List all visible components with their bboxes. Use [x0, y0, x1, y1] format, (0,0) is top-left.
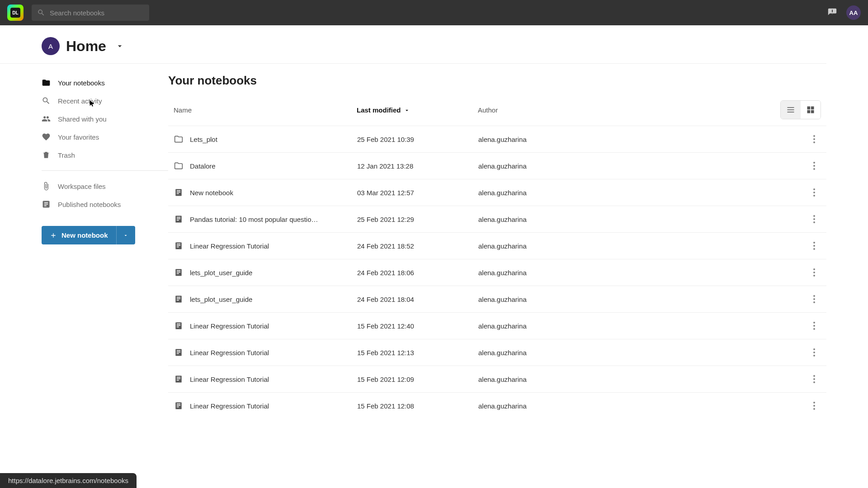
svg-rect-9	[177, 193, 179, 194]
svg-rect-42	[177, 324, 180, 324]
svg-point-12	[813, 195, 815, 197]
svg-rect-49	[177, 350, 180, 351]
table-row[interactable]: Datalore12 Jan 2021 13:28alena.guzharina	[168, 152, 826, 179]
sidebar-item-label: Recent activity	[58, 97, 102, 105]
search-box[interactable]	[32, 5, 149, 21]
row-modified: 25 Feb 2021 12:29	[357, 216, 478, 223]
row-more-button[interactable]	[807, 242, 821, 250]
sidebar-item-label: Workspace files	[58, 183, 106, 190]
row-modified: 15 Feb 2021 12:40	[357, 322, 478, 330]
row-modified: 24 Feb 2021 18:04	[357, 296, 478, 303]
app-logo[interactable]: DL	[7, 5, 24, 21]
view-toggle	[780, 100, 821, 119]
grid-view-button[interactable]	[801, 101, 821, 119]
row-author: alena.guzharina	[478, 349, 807, 357]
sidebar-item-recent[interactable]: Recent activity	[42, 92, 168, 110]
new-notebook-dropdown[interactable]	[116, 226, 135, 244]
notebook-icon	[174, 241, 184, 251]
row-more-button[interactable]	[807, 348, 821, 357]
row-name: Datalore	[190, 162, 357, 170]
sidebar-item-your-notebooks[interactable]: Your notebooks	[42, 74, 168, 92]
table-row[interactable]: Linear Regression Tutorial24 Feb 2021 18…	[168, 232, 826, 259]
svg-rect-8	[177, 192, 180, 192]
trash-icon	[42, 150, 51, 160]
table-body: Lets_plot25 Feb 2021 10:39alena.guzharin…	[168, 126, 826, 419]
sidebar-item-workspace-files[interactable]: Workspace files	[42, 177, 168, 195]
svg-point-0	[813, 135, 815, 137]
svg-point-10	[813, 188, 815, 190]
svg-point-45	[813, 322, 815, 324]
svg-point-26	[813, 248, 815, 250]
main-content: Your notebooks Name Last modified Author…	[168, 64, 868, 419]
row-more-button[interactable]	[807, 215, 821, 223]
col-modified-label: Last modified	[357, 106, 401, 114]
col-name[interactable]: Name	[174, 106, 357, 114]
table-row[interactable]: Lets_plot25 Feb 2021 10:39alena.guzharin…	[168, 126, 826, 152]
svg-point-59	[813, 375, 815, 377]
table-row[interactable]: Pandas tutorial: 10 most popular questio…	[168, 206, 826, 232]
row-name: Linear Regression Tutorial	[190, 375, 357, 383]
svg-point-66	[813, 402, 815, 404]
search-input[interactable]	[50, 9, 144, 17]
sidebar-item-shared[interactable]: Shared with you	[42, 110, 168, 128]
notifications-icon[interactable]	[826, 7, 838, 19]
folder-icon	[174, 161, 184, 171]
row-author: alena.guzharina	[478, 216, 807, 223]
table-row[interactable]: Linear Regression Tutorial15 Feb 2021 12…	[168, 392, 826, 419]
svg-point-5	[813, 168, 815, 170]
sidebar-item-favorites[interactable]: Your favorites	[42, 128, 168, 146]
table-row[interactable]: lets_plot_user_guide24 Feb 2021 18:06ale…	[168, 259, 826, 286]
search-icon	[37, 9, 45, 17]
table-row[interactable]: Linear Regression Tutorial15 Feb 2021 12…	[168, 366, 826, 392]
svg-point-2	[813, 141, 815, 143]
svg-point-60	[813, 378, 815, 380]
notebook-icon	[174, 321, 184, 331]
sidebar-item-published[interactable]: Published notebooks	[42, 195, 168, 213]
row-modified: 25 Feb 2021 10:39	[357, 136, 478, 143]
row-author: alena.guzharina	[478, 375, 807, 383]
row-author: alena.guzharina	[478, 242, 807, 250]
row-more-button[interactable]	[807, 162, 821, 170]
svg-rect-51	[177, 353, 179, 354]
row-more-button[interactable]	[807, 402, 821, 410]
table-row[interactable]: New notebook03 Mar 2021 12:57alena.guzha…	[168, 179, 826, 206]
row-more-button[interactable]	[807, 135, 821, 143]
col-modified[interactable]: Last modified	[357, 106, 478, 114]
row-more-button[interactable]	[807, 188, 821, 197]
svg-rect-37	[177, 300, 179, 301]
col-author[interactable]: Author	[478, 106, 780, 114]
table-header: Name Last modified Author	[168, 100, 826, 126]
row-more-button[interactable]	[807, 268, 821, 277]
table-row[interactable]: Linear Regression Tutorial15 Feb 2021 12…	[168, 339, 826, 366]
svg-rect-7	[177, 190, 180, 191]
new-notebook-button[interactable]: New notebook	[42, 226, 116, 244]
row-author: alena.guzharina	[478, 162, 807, 170]
svg-rect-16	[177, 220, 179, 221]
status-bar-url: https://datalore.jetbrains.com/notebooks	[0, 473, 137, 488]
list-view-button[interactable]	[781, 101, 801, 119]
sidebar-item-trash[interactable]: Trash	[42, 146, 168, 164]
grid-icon	[806, 105, 815, 114]
row-name: Linear Regression Tutorial	[190, 402, 357, 410]
svg-rect-43	[177, 325, 180, 326]
sidebar-divider	[42, 170, 168, 171]
svg-rect-56	[177, 377, 180, 378]
svg-point-67	[813, 405, 815, 407]
row-name: lets_plot_user_guide	[190, 296, 357, 303]
table-row[interactable]: Linear Regression Tutorial15 Feb 2021 12…	[168, 312, 826, 339]
user-avatar[interactable]: AA	[846, 5, 861, 20]
published-icon	[42, 200, 51, 209]
chevron-down-icon[interactable]	[115, 42, 124, 51]
svg-rect-15	[177, 218, 180, 219]
svg-rect-36	[177, 298, 180, 299]
row-more-button[interactable]	[807, 375, 821, 383]
paperclip-icon	[42, 182, 51, 191]
row-more-button[interactable]	[807, 295, 821, 303]
svg-rect-30	[177, 273, 179, 274]
row-more-button[interactable]	[807, 322, 821, 330]
row-modified: 15 Feb 2021 12:08	[357, 402, 478, 410]
svg-rect-29	[177, 272, 180, 272]
row-author: alena.guzharina	[478, 136, 807, 143]
table-row[interactable]: lets_plot_user_guide24 Feb 2021 18:04ale…	[168, 286, 826, 312]
topbar: DL AA	[0, 0, 868, 25]
